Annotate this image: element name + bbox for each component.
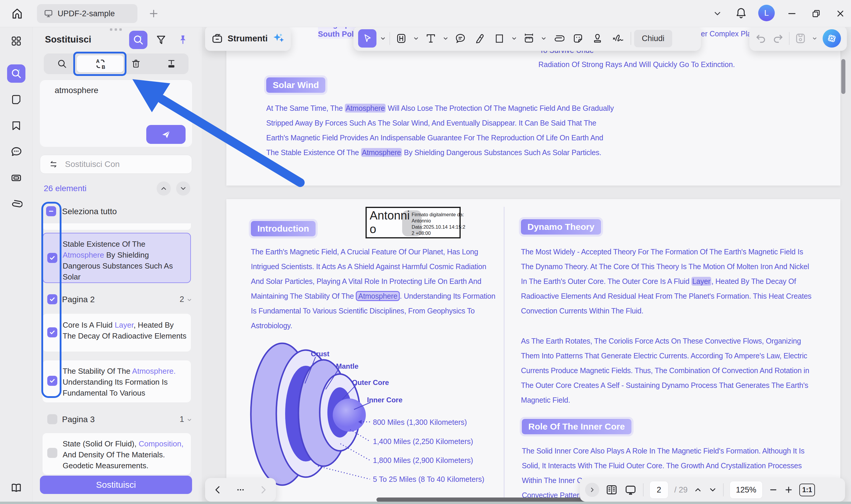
zoom-out-icon[interactable] [768,485,778,494]
tab-search[interactable] [53,56,72,72]
scrolled-item-edge [42,223,191,230]
page-icon [10,94,22,106]
previous-page-icon[interactable] [213,485,223,495]
chevron-up-icon [160,185,167,192]
diagram-measure-crust: 5 To 25 Miles (8 To 40 Kilometers) [373,475,484,484]
select-tool-button[interactable] [358,29,377,48]
diagram-label-crust: Crust [311,350,329,358]
rail-comments-button[interactable] [7,142,25,161]
signature-details: Firmato digitalmente da: Antonnio Data:2… [412,212,465,236]
zoom-in-icon[interactable] [784,485,793,494]
next-page-chevron[interactable] [708,485,717,494]
expand-toolbar-button[interactable] [585,483,599,497]
measure-tool-button[interactable] [521,29,537,48]
save-options-chevron[interactable] [811,35,818,42]
vertical-scrollbar-thumb[interactable] [841,59,845,94]
rail-reader-button[interactable] [7,479,25,497]
dropdown-button[interactable] [709,5,726,22]
zoom-level-input[interactable]: 125% [729,481,763,499]
page-3-count: 1 [180,415,184,424]
select-tool-chevron[interactable] [379,35,386,42]
panel-drag-handle[interactable] [110,29,128,31]
heading-dynamo-theory: Dynamo Theory [521,219,601,235]
close-tools-button[interactable]: Chiudi [634,30,672,47]
panel-smart-search-button[interactable] [129,31,147,49]
next-result-button[interactable] [176,181,190,196]
dynamo-paragraph-1: The Most Widely - Accepted Theory For Th… [521,248,811,321]
trash-icon [131,58,141,69]
heading-tool-button[interactable] [393,29,410,48]
sticker-tool-button[interactable] [570,29,586,48]
panel-pin-button[interactable] [174,31,192,49]
app-window: Geographic South Pole er Complex Plan To… [0,0,851,504]
rail-pages-button[interactable] [7,90,25,109]
main-toolbar: Chiudi [354,26,701,51]
result-item-4-checkbox[interactable] [47,448,57,458]
text-tool-chevron[interactable] [442,35,449,42]
paperclip-icon [553,33,564,44]
screen-bottom-strip [0,502,851,504]
ai-assistant-button[interactable] [822,29,841,48]
rail-apps-button[interactable] [7,32,25,50]
close-window-button[interactable] [832,5,849,22]
rail-search-button[interactable] [7,65,25,83]
paperclip-icon [10,197,22,210]
more-options-icon[interactable] [236,485,246,495]
two-page-view-icon[interactable] [605,483,618,496]
measure-tool-chevron[interactable] [540,35,547,42]
page-2-collapse-chevron[interactable] [186,296,193,303]
minimize-button[interactable] [784,5,800,22]
previous-page-chevron[interactable] [693,485,702,494]
close-icon [835,8,845,19]
page-3-label: Pagina 3 [62,415,95,424]
save-icon[interactable] [794,32,807,44]
attach-tool-button[interactable] [550,29,567,48]
undo-icon[interactable] [755,32,767,44]
stamp-tool-button[interactable] [589,29,606,48]
signature-tool-button[interactable] [609,29,628,48]
tab-redact[interactable] [162,56,181,72]
pen-tool-button[interactable] [472,29,488,48]
search-submit-button[interactable] [146,125,185,144]
user-avatar[interactable]: L [758,5,775,21]
shape-tool-chevron[interactable] [511,35,518,42]
digital-signature-stamp[interactable]: Antonnio Firmato digitalmente da: Antonn… [365,207,461,238]
result-item-4-text: State (Solid Or Fluid), Composition, And… [62,438,188,471]
send-icon [161,129,171,140]
text-tool-button[interactable] [422,29,439,48]
home-button[interactable] [9,5,25,22]
presentation-mode-icon[interactable] [624,483,637,496]
chevron-down-icon [713,9,722,18]
replace-with-field[interactable]: Sostituisci Con [40,155,192,174]
replace-submit-button[interactable]: Sostituisci [40,475,192,494]
rail-bookmark-button[interactable] [7,116,25,135]
document-tab[interactable]: UPDF-2-sample [37,4,138,23]
maximize-button[interactable] [808,5,825,22]
rail-attachment-button[interactable] [7,194,25,213]
tools-launcher[interactable]: Strumenti [205,26,291,51]
tab-delete[interactable] [126,56,145,72]
page-number-input[interactable]: 2 [650,481,668,499]
page-3-collapse-chevron[interactable] [186,417,193,423]
introduction-paragraph: The Earth's Magnetic Field, A Crucial Fe… [251,248,495,336]
panel-filter-button[interactable] [152,31,170,49]
restore-icon [811,8,821,19]
rail-print-button[interactable] [7,168,25,187]
dynamo-paragraph-2: As The Earth Rotates, The Coriolis Force… [521,337,809,411]
previous-result-button[interactable] [157,181,171,196]
comment-tool-button[interactable] [452,29,469,48]
notifications-button[interactable] [733,5,749,21]
page-3-checkbox[interactable] [47,414,57,424]
heading-tool-chevron[interactable] [413,35,420,42]
actual-size-button[interactable]: 1:1 [799,484,815,496]
toolbar-divider [789,32,790,45]
new-tab-button[interactable] [145,5,162,22]
result-item-2-text: Core Is A Fluid Layer, Heated By The Dec… [62,320,188,342]
chevron-down-icon [186,417,193,423]
heading-icon [395,33,407,44]
shape-tool-button[interactable] [491,29,508,48]
next-page-icon[interactable] [258,485,268,495]
diagram-measure-outer-core: 1,400 Miles (2,250 Kilometers) [373,437,473,446]
redo-icon[interactable] [772,32,784,44]
annotation-highlight-checkbox-column [41,202,61,398]
